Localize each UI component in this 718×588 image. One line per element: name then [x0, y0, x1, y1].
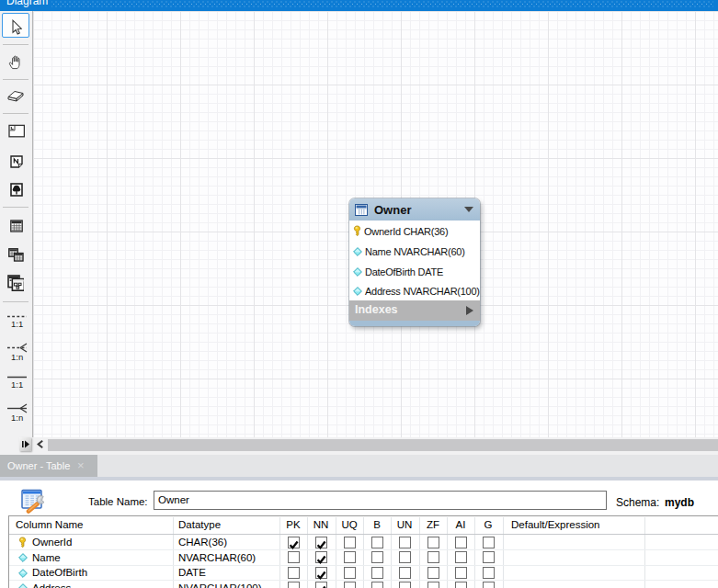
svg-text:1:1: 1:1 [11, 319, 23, 329]
svg-text:1:n: 1:n [11, 412, 23, 422]
svg-text:1:n: 1:n [11, 351, 23, 361]
svg-text:1:1: 1:1 [11, 379, 23, 390]
